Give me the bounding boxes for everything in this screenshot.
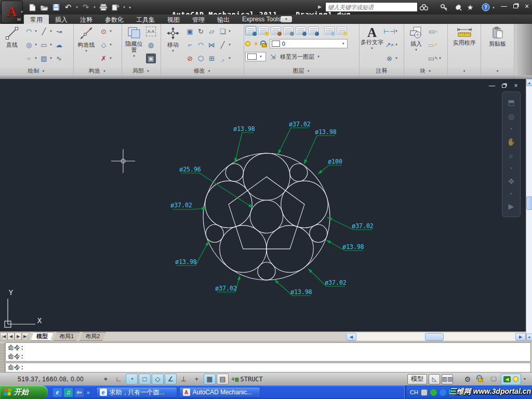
layout-tab-布局2[interactable]: 布局2 (79, 332, 105, 341)
leader-icon[interactable]: ↗A (384, 40, 394, 50)
stretch-icon[interactable]: ▱ (207, 26, 217, 36)
layer-properties-icon[interactable] (246, 26, 256, 35)
next-tab-icon[interactable]: ▶ (15, 332, 22, 340)
ducs-toggle[interactable]: ⊥ (178, 374, 190, 384)
zoom-extents-icon[interactable]: ⌕ (509, 152, 513, 159)
app-minimize-button[interactable]: — (500, 3, 508, 10)
ribbon-tab-工具集[interactable]: 工具集 (130, 15, 161, 24)
annotation-view-icon[interactable]: ▣ (146, 54, 156, 63)
fillet-corner-icon[interactable]: ⌐ (185, 40, 195, 50)
command-input-line[interactable]: 命令: (5, 363, 531, 373)
measure-button[interactable]: 实用程序 (450, 24, 479, 66)
scroll-left-icon[interactable]: ◀ (346, 333, 356, 341)
panel-utilities-title[interactable]: ▾ (448, 66, 481, 75)
layer-previous-icon[interactable] (283, 26, 294, 35)
clipboard-button[interactable]: 剪贴板 (484, 24, 511, 66)
lwt-toggle[interactable]: ▦ (204, 374, 216, 384)
panel-modify-title[interactable]: 修改▾ (161, 66, 244, 75)
communication-center-icon[interactable] (453, 2, 463, 12)
quick-view-drawings-icon[interactable]: ▥▥ (442, 374, 453, 384)
spline-icon[interactable]: ∿ (54, 54, 64, 63)
layer-match-icon[interactable] (258, 26, 269, 35)
object-color-dropdown[interactable]: ▾ (245, 52, 266, 61)
copy-icon[interactable]: ▣ (185, 26, 195, 36)
ie-quicklaunch-icon[interactable]: e (53, 388, 62, 397)
save-icon[interactable] (51, 2, 61, 12)
search-expand-icon[interactable]: ▶ (318, 4, 322, 9)
revision-cloud-icon[interactable]: ☁ (54, 40, 64, 50)
polar-toggle[interactable]: ◔ (126, 374, 138, 384)
layer-unisolate-icon[interactable] (308, 26, 318, 35)
scroll-up-icon[interactable]: ▲ (526, 79, 532, 86)
ribbon-tab-输出[interactable]: 输出 (211, 15, 236, 24)
hatch-icon[interactable]: ▨ (39, 54, 49, 63)
layer-thaw-sun-icon[interactable]: ☀ (253, 40, 259, 48)
layer-select-dropdown[interactable]: 0 ▾ (270, 39, 348, 48)
center-mark-icon[interactable]: ⊗ (384, 54, 394, 63)
section-aa-icon[interactable]: A-A (146, 26, 156, 36)
orbit-dropdown-icon[interactable]: ▾ (510, 192, 512, 196)
plot-preview-icon[interactable] (110, 2, 121, 12)
layer-on-bulb-icon[interactable] (245, 41, 250, 46)
mtext-button[interactable]: A 多行文字 ▾ (361, 24, 383, 66)
search-binoculars-icon[interactable] (419, 2, 429, 12)
start-button[interactable]: 开始 (0, 385, 48, 399)
arc-icon[interactable]: ◠ (24, 26, 34, 36)
clean-screen-icon[interactable]: ◀ (503, 376, 511, 382)
navigation-bar[interactable]: ⬒ ◎ ▾ ✋ ⌕ ▾ ✥ ▾ ▶ (502, 91, 521, 217)
layer-isolate-icon[interactable] (296, 26, 306, 35)
zoom-dropdown-icon[interactable]: ▾ (510, 166, 512, 170)
trim-icon[interactable]: ╱ (218, 40, 228, 50)
array-icon[interactable]: ⊞ (207, 54, 217, 63)
help-icon[interactable]: ? (481, 2, 491, 12)
annotation-bulb-icon[interactable] (513, 376, 518, 382)
steering-wheel-icon[interactable]: ◎ (508, 113, 514, 120)
help-search-box[interactable] (325, 2, 418, 12)
erase-icon[interactable]: ⊘ (185, 54, 195, 63)
doc-close-button[interactable]: × (512, 82, 520, 89)
qat-customize-icon[interactable]: ▾ (128, 5, 132, 10)
layout-tab-布局1[interactable]: 布局1 (54, 332, 79, 341)
command-window-grip[interactable] (0, 343, 5, 372)
app-close-button[interactable]: × (523, 3, 531, 10)
insert-block-button[interactable]: 插入 ▾ (405, 24, 427, 66)
help-dropdown-icon[interactable]: ▾ (491, 6, 496, 10)
prev-tab-icon[interactable]: ◀ (7, 332, 15, 340)
ribbon-tab-视图[interactable]: 视图 (161, 15, 186, 24)
key-subscription-icon[interactable] (439, 2, 449, 12)
dyn-toggle[interactable]: + (191, 374, 203, 384)
line-button[interactable]: 直线 (1, 24, 23, 66)
command-history[interactable]: 命令:命令: (5, 342, 531, 362)
last-tab-icon[interactable]: ▶| (22, 332, 29, 340)
performance-monitor-icon[interactable]: 🖵 (488, 374, 499, 384)
redo-dropdown-icon[interactable]: ▾ (92, 5, 97, 9)
orbit-icon[interactable]: ✥ (508, 178, 514, 185)
panel-layers-title[interactable]: 图层▾ (244, 66, 359, 75)
erase-construction-icon[interactable]: ✗ (99, 54, 109, 63)
rotate-icon[interactable]: ↻ (196, 26, 206, 36)
help-search-input[interactable] (326, 4, 417, 10)
layer-current-icon[interactable] (271, 26, 281, 35)
first-tab-icon[interactable]: |◀ (0, 332, 7, 340)
pan-hand-icon[interactable]: ✋ (507, 138, 515, 145)
undo-dropdown-icon[interactable]: ▾ (75, 5, 79, 9)
move-button[interactable]: 移动 ▾ (162, 24, 184, 66)
explode-icon[interactable]: ⬡ (196, 54, 206, 63)
coordinates-readout[interactable]: 519.37, 1660.08, 0.00 (18, 376, 96, 383)
media-quicklaunch-icon[interactable]: ♫ (64, 388, 73, 397)
layer-freeze-icon[interactable] (324, 26, 335, 35)
ellipse-icon[interactable]: ○ (24, 54, 34, 63)
rectangle-icon[interactable]: ▭ (39, 40, 49, 50)
model-space-button[interactable]: 模型 (407, 374, 427, 384)
layer-off-icon[interactable] (337, 26, 347, 35)
quick-view-layouts-icon[interactable]: ◺ (429, 374, 440, 384)
vscroll-thumb[interactable] (526, 196, 532, 210)
ribbon-state-button[interactable]: ▾ (281, 16, 292, 22)
construction-line-button[interactable]: 构造线 ▾ (75, 24, 98, 66)
circle-icon[interactable]: ◎ (24, 40, 34, 50)
ribbon-tab-常用[interactable]: 常用 (24, 15, 49, 24)
construction-line-icon[interactable]: ╱ (39, 26, 49, 36)
redo-icon[interactable]: ↷ (81, 2, 91, 12)
scroll-right-icon[interactable]: ▶ (515, 333, 526, 341)
grid-toggle[interactable]: ∟ (113, 374, 125, 384)
